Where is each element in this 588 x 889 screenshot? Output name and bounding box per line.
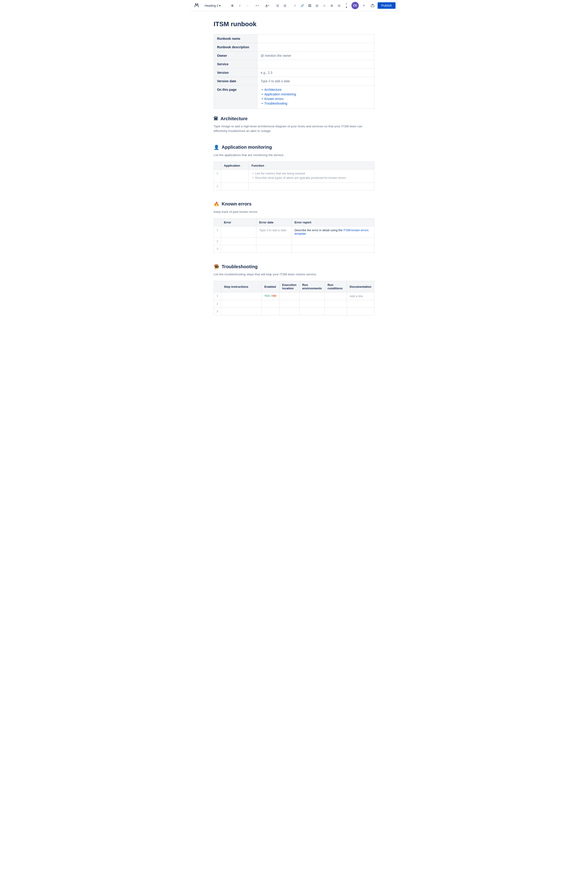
bullet-list-button[interactable]	[274, 2, 280, 9]
error-row-1-date[interactable]: Type // to add a date	[256, 226, 292, 238]
trouble-row-3-doc[interactable]	[347, 308, 374, 315]
label-on-this-page: On this page	[214, 86, 258, 109]
value-version[interactable]: e.g., 2.3	[258, 69, 374, 77]
share-button[interactable]	[369, 2, 376, 9]
list-item[interactable]: Known errors	[261, 97, 371, 101]
yes-no-toggle[interactable]: YES / NO	[264, 295, 276, 297]
error-row-3-date[interactable]	[256, 245, 292, 253]
table-row: Version e.g., 2.3	[214, 69, 374, 77]
error-row-2-error[interactable]	[221, 238, 256, 245]
image-button[interactable]: 🖼	[306, 2, 313, 9]
trouble-row-3-step[interactable]	[221, 308, 261, 315]
architecture-heading-text: Architecture	[220, 116, 248, 121]
svg-point-4	[276, 5, 276, 5]
italic-button[interactable]: I	[237, 2, 243, 9]
value-owner[interactable]: @ mention the owner	[258, 51, 374, 60]
troubleshooting-heading-text: Troubleshooting	[222, 264, 258, 269]
bold-button[interactable]: B	[229, 2, 236, 9]
trouble-row-2-run-env[interactable]	[299, 300, 324, 308]
known-errors-link[interactable]: Known errors	[264, 97, 284, 101]
heading-selector[interactable]: Heading 2 ▾	[202, 3, 225, 9]
action-button[interactable]: ✓	[292, 2, 298, 9]
mention-button[interactable]: @	[314, 2, 320, 9]
app-row-2-function[interactable]	[249, 182, 374, 190]
col-error-date-header: Error date	[256, 218, 292, 226]
link-button[interactable]: 🔗	[299, 2, 306, 9]
app-mon-link[interactable]: Application monitoring	[264, 92, 296, 96]
row-num-1: 1	[214, 292, 221, 300]
col-num-header	[214, 218, 221, 226]
error-row-1-error[interactable]	[221, 226, 256, 238]
error-row-2-date[interactable]	[256, 238, 292, 245]
error-row-3-error[interactable]	[221, 245, 256, 253]
trouble-row-1-exec[interactable]	[279, 292, 299, 300]
app-row-1-function[interactable]: List the metrics that are being tracked …	[249, 169, 374, 182]
trouble-row-2-enabled[interactable]	[262, 300, 279, 308]
value-version-date[interactable]: Type // to add a date	[258, 77, 374, 86]
trouble-row-3-exec[interactable]	[279, 308, 299, 315]
app-row-1-name[interactable]	[221, 169, 249, 182]
alignment-button[interactable]: ▾	[254, 2, 261, 9]
troubleshooting-link[interactable]: Troubleshooting	[264, 102, 287, 105]
value-runbook-desc[interactable]	[258, 43, 374, 51]
list-item: List the metrics that are being tracked	[252, 172, 371, 175]
col-num-header	[214, 281, 221, 292]
label-owner: Owner	[214, 51, 258, 60]
col-function-header: Function	[249, 162, 374, 169]
page-content: ITSM runbook Runbook name Runbook descri…	[195, 11, 393, 345]
app-row-2-name[interactable]	[221, 182, 249, 190]
list-item[interactable]: Troubleshooting	[261, 102, 371, 105]
close-button[interactable]: Close	[397, 2, 398, 9]
col-error-report-header: Error report	[292, 218, 374, 226]
troubleshooting-icon: 🪤	[214, 264, 219, 269]
avatar[interactable]: CK	[351, 2, 359, 9]
heading-selector-label: Heading 2	[205, 4, 218, 8]
error-row-1-report[interactable]: Describe the error in detail using the I…	[292, 226, 374, 238]
trouble-row-1-step[interactable]	[221, 292, 261, 300]
trouble-row-1-enabled[interactable]: YES / NO	[262, 292, 279, 300]
table-header-row: Application Function	[214, 162, 374, 169]
known-errors-section: 🔥 Known errors Keep track of past known …	[214, 202, 374, 253]
app-monitoring-table: Application Function 1 List the metrics …	[214, 162, 374, 190]
col-cond-header: Run conditions	[324, 281, 346, 292]
arch-link[interactable]: Architecture	[264, 88, 282, 92]
table-button[interactable]: ⊞	[328, 2, 335, 9]
known-errors-heading: 🔥 Known errors	[214, 202, 374, 207]
numbered-list-button[interactable]: 1. 2. 3.	[282, 2, 288, 9]
label-runbook-name: Runbook name	[214, 35, 258, 43]
list-item[interactable]: Architecture	[261, 88, 371, 92]
value-service[interactable]	[258, 60, 374, 69]
trouble-row-3-run-env[interactable]	[299, 308, 324, 315]
trouble-row-2-exec[interactable]	[279, 300, 299, 308]
table-row: Version date Type // to add a date	[214, 77, 374, 86]
architecture-section: 🏛 Architecture Type /image to add a high…	[214, 116, 374, 134]
trouble-row-2-run-cond[interactable]	[324, 300, 346, 308]
trouble-row-1-run-env[interactable]	[299, 292, 324, 300]
architecture-description: Type /image to add a high-level architec…	[214, 124, 374, 134]
trouble-row-3-enabled[interactable]	[262, 308, 279, 315]
emoji-button[interactable]: ☺	[321, 2, 327, 9]
row-num-1: 1	[214, 226, 221, 238]
svg-text:3.: 3.	[284, 6, 284, 7]
value-runbook-name[interactable]	[258, 35, 374, 43]
list-item[interactable]: Application monitoring	[261, 92, 371, 96]
error-row-3-report[interactable]	[292, 245, 374, 253]
more-text-button[interactable]: ···	[244, 2, 250, 9]
publish-button[interactable]: Publish	[378, 2, 396, 9]
insert-more-button[interactable]: + ▾	[343, 2, 350, 9]
known-errors-heading-text: Known errors	[222, 202, 252, 207]
trouble-row-1-doc[interactable]: Add a link	[347, 292, 374, 300]
error-row-2-report[interactable]	[292, 238, 374, 245]
itsm-template-link[interactable]: ITSM known errors template	[294, 229, 368, 235]
add-button[interactable]: +	[360, 2, 368, 9]
yes-label[interactable]: YES	[264, 295, 270, 297]
trouble-row-2-doc[interactable]	[347, 300, 374, 308]
trouble-row-3-run-cond[interactable]	[324, 308, 346, 315]
slash-separator: /	[271, 295, 272, 297]
color-button[interactable]: A ▾	[264, 2, 271, 9]
no-label[interactable]: NO	[272, 295, 276, 297]
columns-button[interactable]: ⊟	[336, 2, 342, 9]
app-monitoring-heading: 👤 Application monitoring	[214, 144, 374, 150]
trouble-row-1-run-cond[interactable]	[324, 292, 346, 300]
trouble-row-2-step[interactable]	[221, 300, 261, 308]
